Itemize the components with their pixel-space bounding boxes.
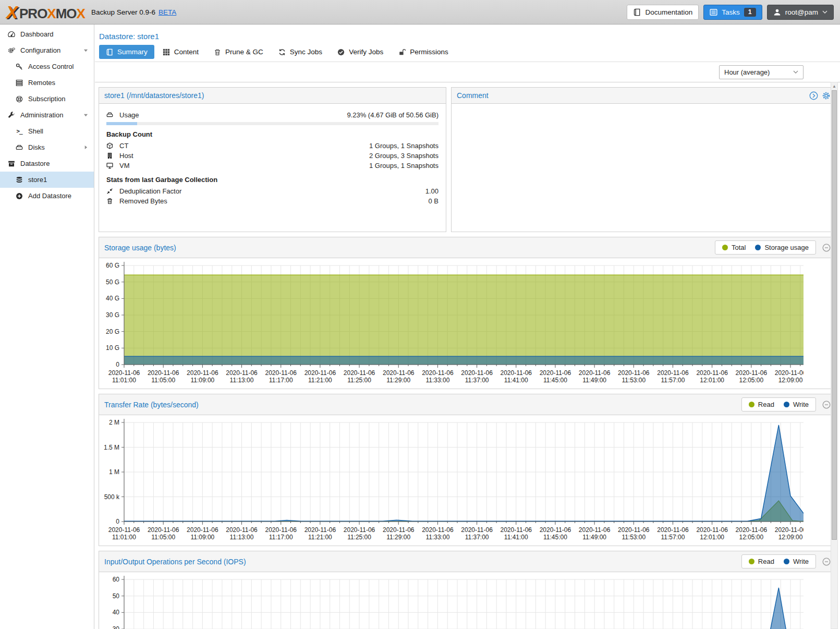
caret-right-icon[interactable]	[83, 145, 88, 150]
svg-text:12:05:00: 12:05:00	[739, 377, 763, 384]
grid-icon	[163, 49, 170, 56]
vm-count-row: VM 1 Groups, 1 Snapshots	[106, 161, 439, 171]
panel-title: store1 (/mnt/datastores/store1)	[104, 91, 204, 100]
svg-text:11:17:00: 11:17:00	[269, 377, 293, 384]
sidebar-item-subscription[interactable]: Subscription	[0, 91, 94, 107]
host-count-row: Host 2 Groups, 3 Snapshots	[106, 151, 439, 161]
svg-text:11:09:00: 11:09:00	[190, 377, 214, 384]
vertical-scrollbar[interactable]: ▲	[831, 82, 838, 629]
svg-text:2020-11-06: 2020-11-06	[540, 526, 571, 534]
svg-text:2020-11-06: 2020-11-06	[422, 369, 454, 377]
chart-legend: ReadWrite	[741, 554, 816, 568]
scroll-up-arrow-icon[interactable]: ▲	[831, 82, 837, 90]
svg-text:12:09:00: 12:09:00	[778, 377, 803, 384]
gear-icon[interactable]	[822, 91, 831, 100]
svg-text:2020-11-06: 2020-11-06	[696, 369, 728, 377]
database-icon	[15, 176, 24, 184]
svg-text:11:33:00: 11:33:00	[425, 377, 449, 384]
page-title: Datastore: store1	[95, 25, 840, 41]
svg-text:11:25:00: 11:25:00	[347, 534, 371, 541]
trash-icon	[214, 49, 221, 56]
circle-minus-icon[interactable]	[822, 244, 831, 252]
time-range-select[interactable]: Hour (average)	[719, 65, 804, 79]
task-list-icon	[710, 8, 717, 16]
sync-icon	[278, 49, 286, 56]
transfer-rate-chart-panel: Transfer Rate (bytes/second) ReadWrite 0…	[99, 394, 836, 546]
caret-down-icon[interactable]	[83, 48, 88, 53]
tab-summary[interactable]: Summary	[99, 45, 154, 59]
product-version-label: Backup Server 0.9-6	[91, 8, 155, 16]
sidebar-item-access-control[interactable]: Access Control	[0, 58, 94, 75]
legend-item[interactable]: Read	[749, 401, 774, 408]
sidebar-item-disks[interactable]: Disks	[0, 139, 94, 155]
backup-count-title: Backup Count	[106, 130, 439, 138]
sidebar-item-configuration[interactable]: Configuration	[0, 42, 94, 58]
circle-minus-icon[interactable]	[822, 558, 831, 566]
svg-text:12:05:00: 12:05:00	[739, 534, 763, 541]
svg-text:11:45:00: 11:45:00	[543, 377, 567, 384]
tab-verify-jobs[interactable]: Verify Jobs	[331, 45, 390, 59]
svg-text:11:29:00: 11:29:00	[386, 377, 410, 384]
svg-text:2020-11-06: 2020-11-06	[108, 526, 140, 534]
svg-text:2020-11-06: 2020-11-06	[148, 526, 179, 534]
svg-text:11:49:00: 11:49:00	[582, 534, 606, 541]
cube-icon	[106, 142, 115, 149]
sidebar-item-remotes[interactable]: Remotes	[0, 75, 94, 91]
chart-legend: TotalStorage usage	[715, 240, 816, 255]
sidebar-item-datastore[interactable]: Datastore	[0, 155, 94, 172]
tab-permissions[interactable]: Permissions	[392, 45, 455, 59]
svg-text:11:41:00: 11:41:00	[504, 534, 528, 541]
sidebar-item-shell[interactable]: >_ Shell	[0, 123, 94, 139]
legend-item[interactable]: Read	[749, 558, 774, 565]
chart-toolbar: Hour (average)	[95, 62, 840, 82]
legend-item[interactable]: Total	[722, 244, 746, 251]
sidebar-item-dashboard[interactable]: Dashboard	[0, 26, 94, 42]
chevron-down-icon	[822, 10, 827, 14]
gc-stats-title: Stats from last Garbage Collection	[106, 176, 439, 184]
legend-dot-icon	[722, 245, 728, 250]
sidebar-item-administration[interactable]: Administration	[0, 107, 94, 123]
legend-dot-icon	[755, 245, 761, 250]
proxmox-logo: X PROXMOX	[6, 4, 85, 21]
tab-content[interactable]: Content	[156, 45, 205, 59]
svg-text:11:17:00: 11:17:00	[269, 534, 293, 541]
key-icon	[15, 63, 24, 70]
hdd-icon	[15, 144, 24, 151]
legend-item[interactable]: Write	[784, 401, 809, 408]
svg-text:2020-11-06: 2020-11-06	[775, 369, 804, 377]
iops-chart-panel: Input/Output Operations per Second (IOPS…	[99, 551, 836, 629]
beta-link[interactable]: BETA	[159, 8, 176, 16]
legend-item[interactable]: Write	[784, 558, 809, 565]
tab-sync-jobs[interactable]: Sync Jobs	[272, 45, 329, 59]
svg-text:30 G: 30 G	[106, 311, 119, 319]
svg-text:2020-11-06: 2020-11-06	[461, 369, 493, 377]
hdd-icon	[106, 112, 115, 118]
tasks-button[interactable]: Tasks 1	[703, 5, 762, 20]
chevron-right-circle-icon[interactable]	[809, 91, 818, 100]
caret-down-icon[interactable]	[83, 113, 88, 117]
comment-panel: Comment	[451, 87, 836, 232]
svg-text:11:49:00: 11:49:00	[582, 377, 606, 384]
circle-minus-icon[interactable]	[822, 401, 831, 409]
tab-prune-gc[interactable]: Prune & GC	[207, 45, 270, 59]
ct-count-row: CT 1 Groups, 1 Snapshots	[106, 141, 439, 151]
proxmox-wordmark: PROXMOX	[19, 7, 85, 20]
sidebar-item-add-datastore[interactable]: Add Datastore	[0, 188, 94, 204]
documentation-button[interactable]: Documentation	[627, 5, 699, 20]
scrollbar-thumb[interactable]	[832, 90, 837, 540]
archive-box-icon	[7, 160, 16, 167]
usage-progress-bar	[106, 122, 439, 125]
server-stack-icon	[15, 79, 24, 87]
svg-text:11:29:00: 11:29:00	[386, 534, 410, 541]
svg-text:2020-11-06: 2020-11-06	[736, 526, 768, 534]
svg-text:50: 50	[113, 592, 120, 600]
svg-text:12:09:00: 12:09:00	[778, 534, 803, 541]
user-menu-button[interactable]: root@pam	[767, 5, 834, 20]
sidebar-item-store1[interactable]: store1	[0, 172, 94, 188]
chevron-down-icon	[793, 70, 798, 74]
svg-text:30: 30	[113, 625, 120, 629]
legend-item[interactable]: Storage usage	[755, 244, 809, 251]
check-circle-icon	[337, 49, 345, 56]
transfer-rate-chart: 0500 k1 M1.5 M2 M2020-11-0611:01:002020-…	[99, 415, 804, 546]
comment-content[interactable]	[452, 104, 836, 232]
